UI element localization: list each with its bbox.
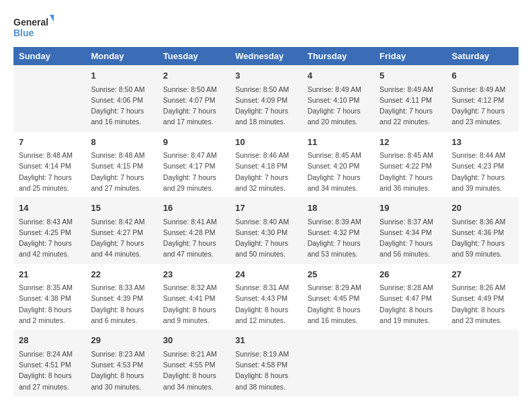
calendar-cell: 20Sunrise: 8:36 AMSunset: 4:36 PMDayligh… xyxy=(447,197,519,264)
day-number: 1 xyxy=(91,69,152,83)
calendar-cell: 22Sunrise: 8:33 AMSunset: 4:39 PMDayligh… xyxy=(85,264,157,330)
day-number: 22 xyxy=(91,268,152,281)
day-info: Sunrise: 8:29 AMSunset: 4:45 PMDaylight:… xyxy=(308,282,369,326)
calendar-cell: 4Sunrise: 8:49 AMSunset: 4:10 PMDaylight… xyxy=(302,65,374,132)
day-number: 19 xyxy=(380,201,441,215)
day-number: 13 xyxy=(452,136,513,149)
day-number: 31 xyxy=(235,334,296,347)
day-info: Sunrise: 8:49 AMSunset: 4:10 PMDaylight:… xyxy=(308,84,369,128)
day-number: 25 xyxy=(308,268,369,281)
calendar-cell: 25Sunrise: 8:29 AMSunset: 4:45 PMDayligh… xyxy=(302,264,374,330)
weekday-header-wednesday: Wednesday xyxy=(230,47,302,65)
day-info: Sunrise: 8:31 AMSunset: 4:43 PMDaylight:… xyxy=(235,282,296,326)
day-info: Sunrise: 8:44 AMSunset: 4:23 PMDaylight:… xyxy=(452,150,513,193)
day-number: 29 xyxy=(91,334,152,347)
logo-svg: General Blue xyxy=(13,13,54,40)
day-info: Sunrise: 8:46 AMSunset: 4:18 PMDaylight:… xyxy=(235,150,296,193)
weekday-header-saturday: Saturday xyxy=(447,47,519,65)
day-info: Sunrise: 8:33 AMSunset: 4:39 PMDaylight:… xyxy=(91,282,152,326)
calendar-cell: 8Sunrise: 8:48 AMSunset: 4:15 PMDaylight… xyxy=(85,132,157,198)
day-number: 3 xyxy=(235,69,296,83)
calendar-cell xyxy=(13,65,85,132)
day-info: Sunrise: 8:28 AMSunset: 4:47 PMDaylight:… xyxy=(380,282,441,326)
calendar-cell: 9Sunrise: 8:47 AMSunset: 4:17 PMDaylight… xyxy=(158,132,230,198)
day-info: Sunrise: 8:50 AMSunset: 4:06 PMDaylight:… xyxy=(91,84,152,128)
day-info: Sunrise: 8:35 AMSunset: 4:38 PMDaylight:… xyxy=(19,282,80,326)
day-number: 6 xyxy=(452,69,513,83)
calendar-cell: 31Sunrise: 8:19 AMSunset: 4:58 PMDayligh… xyxy=(230,330,302,396)
calendar-cell: 1Sunrise: 8:50 AMSunset: 4:06 PMDaylight… xyxy=(85,65,157,132)
week-row-5: 28Sunrise: 8:24 AMSunset: 4:51 PMDayligh… xyxy=(13,330,519,396)
day-number: 10 xyxy=(235,136,296,149)
calendar-cell: 2Sunrise: 8:50 AMSunset: 4:07 PMDaylight… xyxy=(158,65,230,132)
day-info: Sunrise: 8:49 AMSunset: 4:11 PMDaylight:… xyxy=(380,84,441,128)
calendar-cell: 6Sunrise: 8:49 AMSunset: 4:12 PMDaylight… xyxy=(447,65,519,132)
day-number: 5 xyxy=(380,69,441,83)
day-info: Sunrise: 8:41 AMSunset: 4:28 PMDaylight:… xyxy=(163,216,224,260)
week-row-3: 14Sunrise: 8:43 AMSunset: 4:25 PMDayligh… xyxy=(13,197,519,264)
day-info: Sunrise: 8:23 AMSunset: 4:53 PMDaylight:… xyxy=(91,349,152,392)
day-number: 23 xyxy=(163,268,224,281)
day-number: 11 xyxy=(308,136,369,149)
calendar-cell: 11Sunrise: 8:45 AMSunset: 4:20 PMDayligh… xyxy=(302,132,374,198)
week-row-1: 1Sunrise: 8:50 AMSunset: 4:06 PMDaylight… xyxy=(13,65,519,132)
day-info: Sunrise: 8:36 AMSunset: 4:36 PMDaylight:… xyxy=(452,216,513,260)
day-info: Sunrise: 8:37 AMSunset: 4:34 PMDaylight:… xyxy=(380,216,441,260)
calendar-cell: 10Sunrise: 8:46 AMSunset: 4:18 PMDayligh… xyxy=(230,132,302,198)
day-info: Sunrise: 8:48 AMSunset: 4:14 PMDaylight:… xyxy=(19,150,80,193)
day-number: 7 xyxy=(19,136,80,149)
week-row-2: 7Sunrise: 8:48 AMSunset: 4:14 PMDaylight… xyxy=(13,132,519,198)
day-number: 8 xyxy=(91,136,152,149)
calendar-cell: 18Sunrise: 8:39 AMSunset: 4:32 PMDayligh… xyxy=(302,197,374,264)
page-header: General Blue xyxy=(13,13,519,40)
day-info: Sunrise: 8:50 AMSunset: 4:07 PMDaylight:… xyxy=(163,84,224,128)
day-info: Sunrise: 8:19 AMSunset: 4:58 PMDaylight:… xyxy=(235,349,296,392)
calendar-cell: 15Sunrise: 8:42 AMSunset: 4:27 PMDayligh… xyxy=(85,197,157,264)
day-number: 4 xyxy=(308,69,369,83)
day-number: 24 xyxy=(235,268,296,281)
calendar-cell: 24Sunrise: 8:31 AMSunset: 4:43 PMDayligh… xyxy=(230,264,302,330)
week-row-4: 21Sunrise: 8:35 AMSunset: 4:38 PMDayligh… xyxy=(13,264,519,330)
weekday-header-sunday: Sunday xyxy=(13,47,85,65)
day-info: Sunrise: 8:47 AMSunset: 4:17 PMDaylight:… xyxy=(163,150,224,193)
weekday-header-friday: Friday xyxy=(374,47,446,65)
day-info: Sunrise: 8:21 AMSunset: 4:55 PMDaylight:… xyxy=(163,349,224,392)
svg-marker-2 xyxy=(50,15,54,24)
svg-text:Blue: Blue xyxy=(13,28,34,38)
calendar-cell: 13Sunrise: 8:44 AMSunset: 4:23 PMDayligh… xyxy=(447,132,519,198)
calendar-cell: 7Sunrise: 8:48 AMSunset: 4:14 PMDaylight… xyxy=(13,132,85,198)
calendar-cell: 29Sunrise: 8:23 AMSunset: 4:53 PMDayligh… xyxy=(85,330,157,396)
day-info: Sunrise: 8:50 AMSunset: 4:09 PMDaylight:… xyxy=(235,84,296,128)
day-info: Sunrise: 8:48 AMSunset: 4:15 PMDaylight:… xyxy=(91,150,152,193)
day-info: Sunrise: 8:26 AMSunset: 4:49 PMDaylight:… xyxy=(452,282,513,326)
day-number: 28 xyxy=(19,334,80,347)
calendar-header-row: SundayMondayTuesdayWednesdayThursdayFrid… xyxy=(13,47,519,65)
day-info: Sunrise: 8:40 AMSunset: 4:30 PMDaylight:… xyxy=(235,216,296,260)
calendar-cell xyxy=(374,330,446,396)
day-number: 15 xyxy=(91,201,152,215)
calendar-cell: 30Sunrise: 8:21 AMSunset: 4:55 PMDayligh… xyxy=(158,330,230,396)
calendar-cell: 16Sunrise: 8:41 AMSunset: 4:28 PMDayligh… xyxy=(158,197,230,264)
calendar-cell: 3Sunrise: 8:50 AMSunset: 4:09 PMDaylight… xyxy=(230,65,302,132)
day-number: 17 xyxy=(235,201,296,215)
logo: General Blue xyxy=(13,13,54,40)
calendar-cell: 12Sunrise: 8:45 AMSunset: 4:22 PMDayligh… xyxy=(374,132,446,198)
calendar-cell: 21Sunrise: 8:35 AMSunset: 4:38 PMDayligh… xyxy=(13,264,85,330)
day-number: 30 xyxy=(163,334,224,347)
weekday-header-tuesday: Tuesday xyxy=(158,47,230,65)
calendar-cell: 19Sunrise: 8:37 AMSunset: 4:34 PMDayligh… xyxy=(374,197,446,264)
day-info: Sunrise: 8:42 AMSunset: 4:27 PMDaylight:… xyxy=(91,216,152,260)
day-number: 20 xyxy=(452,201,513,215)
weekday-header-thursday: Thursday xyxy=(302,47,374,65)
calendar-cell: 23Sunrise: 8:32 AMSunset: 4:41 PMDayligh… xyxy=(158,264,230,330)
calendar-cell: 5Sunrise: 8:49 AMSunset: 4:11 PMDaylight… xyxy=(374,65,446,132)
calendar-cell xyxy=(447,330,519,396)
day-info: Sunrise: 8:45 AMSunset: 4:20 PMDaylight:… xyxy=(308,150,369,193)
day-number: 21 xyxy=(19,268,80,281)
day-number: 9 xyxy=(163,136,224,149)
calendar-table: SundayMondayTuesdayWednesdayThursdayFrid… xyxy=(13,47,519,396)
day-info: Sunrise: 8:24 AMSunset: 4:51 PMDaylight:… xyxy=(19,349,80,392)
day-number: 2 xyxy=(163,69,224,83)
calendar-cell: 26Sunrise: 8:28 AMSunset: 4:47 PMDayligh… xyxy=(374,264,446,330)
calendar-cell: 27Sunrise: 8:26 AMSunset: 4:49 PMDayligh… xyxy=(447,264,519,330)
